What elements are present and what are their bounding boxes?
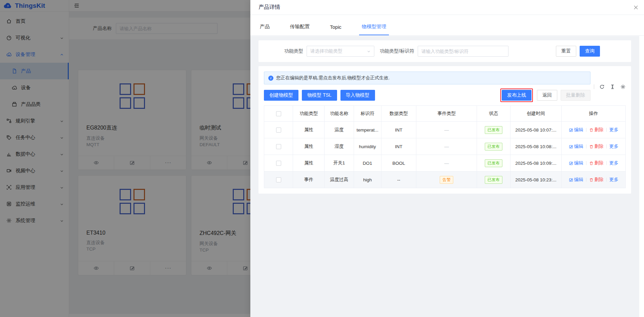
event-type-badge: 告警 [440, 176, 453, 184]
status-badge: 已发布 [485, 126, 502, 134]
chevron-down-icon [367, 49, 371, 53]
column-settings-gear-icon[interactable] [620, 84, 626, 90]
function-type-label: 功能类型 [267, 48, 303, 54]
status-badge: 已发布 [485, 159, 502, 167]
trash-icon [589, 161, 594, 165]
edit-icon [569, 178, 573, 182]
delete-link[interactable]: 删除 [589, 160, 604, 166]
table-toolbar: 创建物模型 物模型 TSL 导入物模型 发布上线 返回 批量删除 [264, 88, 590, 102]
table-row: 属性 温度 temperat... INT — 已发布 2025-05-08 1… [264, 122, 626, 138]
table-header-row: 功能类型 功能名称 标识符 数据类型 事件类型 状态 创建时间 操作 [264, 106, 626, 122]
drawer-header: 产品详情 [250, 0, 644, 15]
draft-alert-text: 您正在编辑的是草稿,需点击发布后,物模型才会正式生效. [276, 75, 390, 81]
publish-online-button[interactable]: 发布上线 [502, 90, 532, 101]
row-checkbox[interactable] [276, 144, 281, 149]
col-data-type: 数据类型 [381, 106, 416, 122]
divider [594, 84, 594, 89]
delete-link[interactable]: 删除 [589, 177, 604, 183]
filter-panel: 功能类型 请选择功能类型 功能类型/标识符 重置 查询 [258, 40, 631, 62]
empty-dash: — [444, 127, 449, 133]
delete-link[interactable]: 删除 [589, 143, 604, 150]
row-checkbox[interactable] [276, 127, 281, 133]
more-link[interactable]: 更多 [609, 143, 619, 150]
import-model-button[interactable]: 导入物模型 [340, 90, 375, 101]
drawer-title: 产品详情 [258, 4, 280, 11]
col-event-type: 事件类型 [416, 106, 477, 122]
tab-transport-config[interactable]: 传输配置 [289, 23, 311, 35]
table-row: 属性 湿度 humidity INT — 已发布 2025-05-08 10:0… [264, 138, 626, 155]
empty-dash: — [444, 144, 449, 149]
product-detail-drawer: 产品详情 产品 传输配置 Topic 物模型管理 功能类型 请选择功能类型 功能… [250, 0, 644, 317]
select-all-checkbox[interactable] [276, 111, 281, 116]
info-icon: i [268, 76, 273, 81]
draft-alert: i 您正在编辑的是草稿,需点击发布后,物模型才会正式生效. [264, 72, 590, 84]
table-row: 属性 开关1 DO1 BOOL — 已发布 2025-05-08 10:09:.… [264, 155, 626, 172]
edit-icon [569, 128, 573, 132]
edit-link[interactable]: 编辑 [569, 143, 583, 150]
col-func-type: 功能类型 [293, 106, 325, 122]
row-checkbox[interactable] [276, 161, 281, 166]
table-row: 事件 温度过高 high -- 告警 已发布 2025-05-08 10:23:… [264, 172, 626, 188]
publish-highlight-box: 发布上线 [500, 88, 533, 102]
edit-link[interactable]: 编辑 [569, 160, 583, 166]
close-icon[interactable] [633, 5, 639, 10]
keyword-input[interactable] [418, 46, 508, 57]
modal-overlay[interactable] [0, 0, 250, 317]
edit-icon [569, 144, 573, 149]
model-tsl-button[interactable]: 物模型 TSL [302, 90, 337, 101]
drawer-body: 功能类型 请选择功能类型 功能类型/标识符 重置 查询 i 您正在编辑的是草稿,… [250, 36, 639, 317]
refresh-icon[interactable] [599, 84, 605, 90]
trash-icon [589, 128, 594, 132]
col-status: 状态 [477, 106, 510, 122]
drawer-tabs: 产品 传输配置 Topic 物模型管理 [250, 15, 644, 36]
status-badge: 已发布 [485, 143, 502, 151]
status-badge: 已发布 [485, 176, 502, 184]
trash-icon [589, 144, 594, 149]
row-checkbox[interactable] [276, 177, 281, 182]
query-button[interactable]: 查询 [580, 46, 600, 57]
select-placeholder: 请选择功能类型 [310, 48, 367, 54]
table-settings-icons [590, 72, 626, 102]
more-link[interactable]: 更多 [609, 177, 619, 183]
edit-link[interactable]: 编辑 [569, 127, 583, 133]
delete-link[interactable]: 删除 [589, 127, 604, 133]
more-link[interactable]: 更多 [609, 127, 619, 133]
col-created: 创建时间 [510, 106, 562, 122]
more-link[interactable]: 更多 [609, 160, 619, 166]
col-identifier: 标识符 [354, 106, 381, 122]
tab-product[interactable]: 产品 [258, 23, 271, 35]
keyword-label: 功能类型/标识符 [380, 48, 414, 54]
col-actions: 操作 [562, 106, 626, 122]
edit-link[interactable]: 编辑 [569, 177, 583, 183]
tab-thing-model[interactable]: 物模型管理 [360, 23, 388, 35]
col-func-name: 功能名称 [325, 106, 354, 122]
table-panel: i 您正在编辑的是草稿,需点击发布后,物模型才会正式生效. 创建物模型 物模型 … [258, 66, 631, 194]
create-model-button[interactable]: 创建物模型 [264, 90, 298, 101]
thing-model-table: 功能类型 功能名称 标识符 数据类型 事件类型 状态 创建时间 操作 属性 温 [264, 105, 626, 188]
row-height-icon[interactable] [610, 84, 615, 90]
batch-delete-button[interactable]: 批量删除 [561, 90, 590, 101]
trash-icon [589, 178, 594, 182]
empty-dash: — [444, 161, 449, 166]
reset-button[interactable]: 重置 [556, 46, 576, 57]
function-type-select[interactable]: 请选择功能类型 [307, 46, 374, 57]
back-button[interactable]: 返回 [537, 90, 557, 101]
edit-icon [569, 161, 573, 165]
tab-topic[interactable]: Topic [329, 24, 343, 35]
